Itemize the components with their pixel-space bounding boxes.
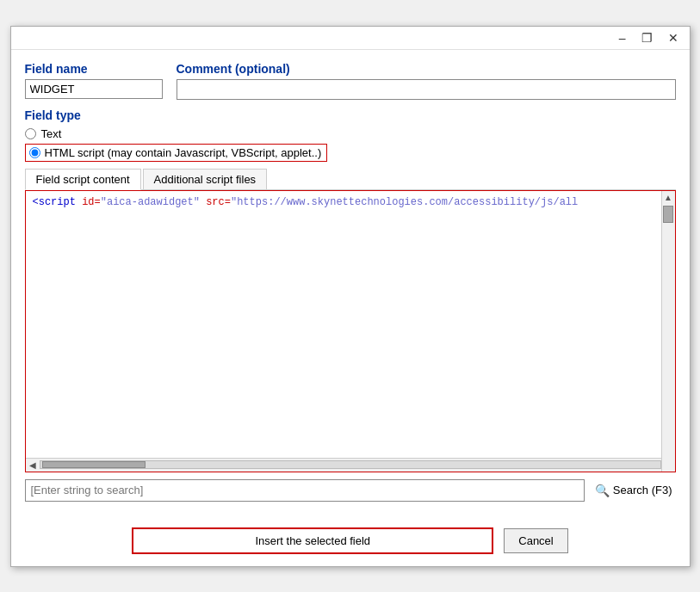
field-name-label: Field name [25, 62, 163, 76]
search-button[interactable]: 🔍 Search (F3) [592, 482, 676, 499]
radio-text-item[interactable]: Text [25, 127, 676, 140]
comment-label: Comment (optional) [177, 62, 676, 76]
titlebar: – ❐ ✕ [11, 27, 690, 50]
html-radio-wrapper: HTML script (may contain Javascript, VBS… [25, 144, 328, 162]
scroll-thumb[interactable] [42, 461, 146, 468]
id-value: "aica-adawidget" [101, 196, 200, 208]
cancel-button[interactable]: Cancel [504, 528, 567, 553]
tab-additional-scripts[interactable]: Additional script files [143, 169, 268, 189]
script-tag: <script [33, 196, 76, 208]
field-name-section: Field name [25, 62, 163, 99]
radio-text-label: Text [41, 127, 62, 140]
top-fields-row: Field name Comment (optional) [25, 62, 676, 100]
id-attr: id= [82, 196, 101, 208]
search-btn-label: Search (F3) [613, 484, 672, 496]
comment-section: Comment (optional) [177, 62, 676, 100]
comment-input[interactable] [177, 79, 676, 100]
dialog: – ❐ ✕ Field name Comment (optional) Fiel… [10, 26, 691, 567]
field-name-input[interactable] [25, 79, 163, 99]
src-attr: src= [206, 196, 231, 208]
restore-button[interactable]: ❐ [637, 30, 657, 46]
search-row: 🔍 Search (F3) [25, 479, 676, 502]
search-icon: 🔍 [595, 484, 610, 497]
field-type-radio-group: Text HTML script (may contain Javascript… [25, 127, 676, 162]
minimize-button[interactable]: – [615, 30, 630, 46]
radio-html-label: HTML script (may contain Javascript, VBS… [45, 146, 322, 159]
horizontal-scrollbar[interactable]: ◀ ▶ [26, 458, 675, 472]
dialog-content: Field name Comment (optional) Field type… [11, 50, 690, 521]
script-display: <script id="aica-adawidget" src="https:/… [26, 191, 675, 458]
insert-selected-field-button[interactable]: Insert the selected field [132, 527, 493, 554]
close-button[interactable]: ✕ [664, 30, 683, 46]
radio-html[interactable] [29, 147, 40, 158]
scroll-thumb-vertical[interactable] [663, 206, 673, 223]
scroll-up-arrow[interactable]: ▲ [662, 191, 675, 204]
radio-text[interactable] [25, 128, 36, 139]
src-value: "https://www.skynettechnologies.com/acce… [231, 196, 578, 208]
scroll-left-arrow[interactable]: ◀ [28, 460, 38, 470]
radio-html-item[interactable]: HTML script (may contain Javascript, VBS… [25, 144, 676, 162]
tabs-row: Field script content Additional script f… [25, 169, 676, 190]
search-input[interactable] [25, 479, 585, 502]
scroll-track [40, 460, 661, 469]
script-content-line: <script id="aica-adawidget" src="https:/… [26, 191, 661, 208]
field-type-label: Field type [25, 108, 676, 122]
vertical-scrollbar[interactable]: ▲ [661, 191, 675, 472]
script-area-wrapper: <script id="aica-adawidget" src="https:/… [25, 190, 676, 472]
bottom-row: Insert the selected field Cancel [11, 521, 690, 566]
tab-field-script[interactable]: Field script content [25, 169, 141, 190]
